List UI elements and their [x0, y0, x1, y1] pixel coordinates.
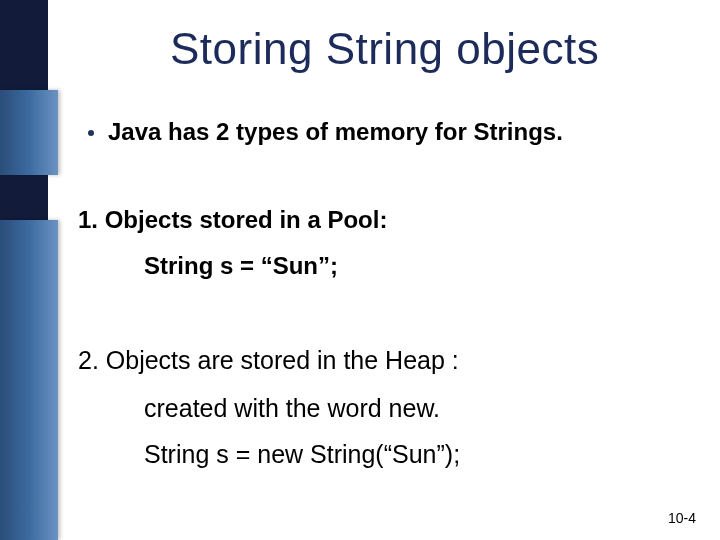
item-2-code: String s = new String(“Sun”);	[144, 440, 460, 469]
bullet-text: Java has 2 types of memory for Strings.	[108, 118, 563, 146]
item-2-line-1: created with the word new.	[144, 394, 440, 423]
bullet-dot-icon	[88, 130, 94, 136]
slide: Storing String objects Java has 2 types …	[0, 0, 720, 540]
side-band-top	[0, 90, 58, 175]
slide-title: Storing String objects	[170, 24, 599, 74]
bullet-row: Java has 2 types of memory for Strings.	[88, 118, 563, 146]
item-1-code: String s = “Sun”;	[144, 252, 338, 280]
side-band-bottom	[0, 220, 58, 540]
item-2-heading: 2. Objects are stored in the Heap :	[78, 346, 459, 375]
page-number: 10-4	[668, 510, 696, 526]
item-1-heading: 1. Objects stored in a Pool:	[78, 206, 387, 234]
